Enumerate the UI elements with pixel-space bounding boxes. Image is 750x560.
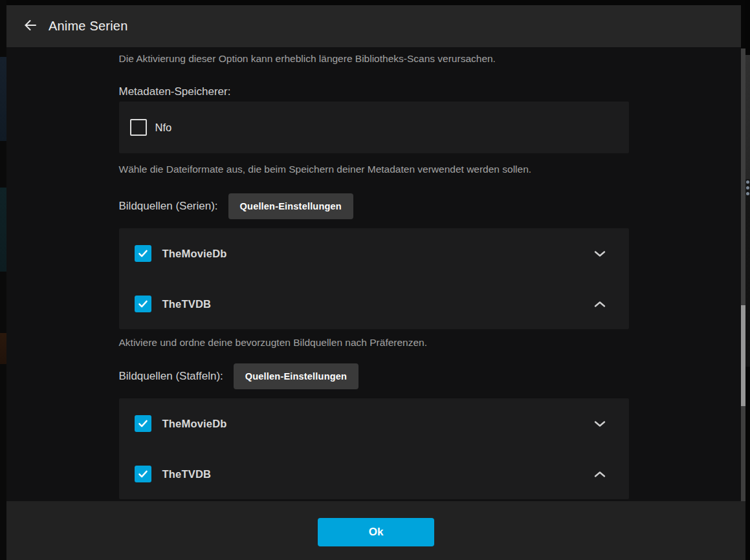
themoviedb-checkbox[interactable] bbox=[135, 245, 151, 262]
image-sources-series-panel: TheMovieDb TheTVDB bbox=[119, 228, 629, 329]
backdrop-right-strip bbox=[745, 0, 750, 560]
dialog-scrollbar-track[interactable] bbox=[741, 48, 745, 501]
source-label: TheMovieDb bbox=[162, 418, 227, 430]
image-sources-series-label: Bildquellen (Serien): bbox=[119, 200, 218, 213]
source-label: TheMovieDb bbox=[162, 248, 227, 260]
check-icon bbox=[137, 298, 149, 310]
metadata-savers-panel: Nfo bbox=[119, 102, 629, 153]
library-settings-dialog: Anime Serien Die Aktivierung dieser Opti… bbox=[6, 5, 741, 560]
series-source-settings-button[interactable]: Quellen-Einstellungen bbox=[228, 193, 353, 219]
arrow-left-icon bbox=[23, 17, 38, 35]
dialog-header: Anime Serien bbox=[6, 5, 741, 47]
image-sources-seasons-panel: TheMovieDb TheTVDB bbox=[119, 398, 629, 499]
source-label: TheTVDB bbox=[162, 468, 212, 480]
chevron-up-icon[interactable] bbox=[594, 471, 606, 478]
settings-page: Anime Serien Die Aktivierung dieser Opti… bbox=[0, 0, 750, 560]
chevron-down-icon[interactable] bbox=[594, 420, 606, 427]
dialog-content: Die Aktivierung dieser Option kann erheb… bbox=[6, 47, 741, 501]
nfo-checkbox[interactable] bbox=[130, 119, 147, 136]
ok-button[interactable]: Ok bbox=[318, 518, 434, 546]
seasons-source-settings-button[interactable]: Quellen-Einstellungen bbox=[234, 363, 358, 389]
metadata-savers-label: Metadaten-Speicherer: bbox=[119, 85, 629, 98]
dialog-footer: Ok bbox=[6, 501, 745, 560]
source-label: TheTVDB bbox=[162, 298, 212, 310]
form-column: Die Aktivierung dieser Option kann erheb… bbox=[119, 52, 629, 499]
thetvdb-checkbox[interactable] bbox=[135, 296, 151, 312]
source-row-themoviedb[interactable]: TheMovieDb bbox=[119, 398, 629, 449]
source-row-thetvdb[interactable]: TheTVDB bbox=[119, 449, 629, 499]
check-icon bbox=[137, 248, 149, 259]
backdrop-kebab-dots bbox=[746, 180, 749, 195]
back-button[interactable] bbox=[17, 13, 44, 40]
dialog-title: Anime Serien bbox=[49, 19, 127, 34]
thetvdb-checkbox[interactable] bbox=[135, 466, 151, 482]
image-sources-description: Aktiviere und ordne deine bevorzugten Bi… bbox=[119, 336, 629, 349]
image-sources-seasons-label: Bildquellen (Staffeln): bbox=[119, 370, 223, 383]
image-sources-series-header: Bildquellen (Serien): Quellen-Einstellun… bbox=[119, 193, 629, 219]
check-icon bbox=[137, 468, 149, 480]
check-icon bbox=[137, 418, 149, 429]
source-row-themoviedb[interactable]: TheMovieDb bbox=[119, 228, 629, 279]
scan-warning-text: Die Aktivierung dieser Option kann erheb… bbox=[119, 52, 629, 65]
themoviedb-checkbox[interactable] bbox=[135, 415, 151, 432]
source-row-thetvdb[interactable]: TheTVDB bbox=[119, 279, 629, 329]
backdrop-left-strip bbox=[0, 0, 6, 560]
nfo-checkbox-label: Nfo bbox=[155, 122, 172, 134]
chevron-down-icon[interactable] bbox=[594, 250, 606, 257]
metadata-savers-description: Wähle die Dateiformate aus, die beim Spe… bbox=[119, 163, 629, 175]
chevron-up-icon[interactable] bbox=[594, 301, 606, 308]
nfo-checkbox-row[interactable]: Nfo bbox=[130, 119, 172, 136]
image-sources-seasons-header: Bildquellen (Staffeln): Quellen-Einstell… bbox=[119, 363, 629, 389]
dialog-scrollbar-thumb[interactable] bbox=[741, 305, 745, 406]
